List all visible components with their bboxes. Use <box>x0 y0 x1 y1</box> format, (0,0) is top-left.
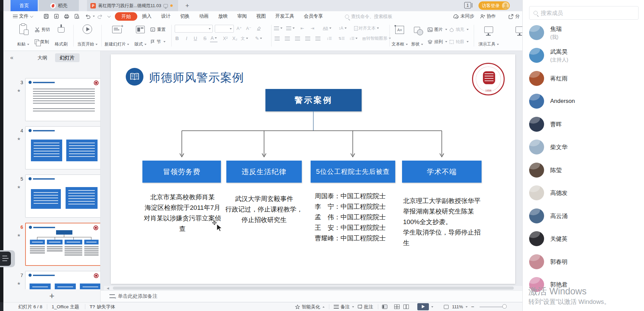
align-right-button[interactable] <box>294 34 301 42</box>
menu-tab-design[interactable]: 设计 <box>161 13 171 19</box>
sync-status[interactable]: 未同步 <box>453 11 474 21</box>
tab-home[interactable]: 首页 <box>11 0 38 11</box>
collaborate-button[interactable]: 协作 <box>480 11 496 21</box>
cut-button[interactable]: 剪切 <box>35 25 50 34</box>
highlight-button[interactable]: ✎ <box>255 34 262 42</box>
menu-tab-member[interactable]: 会员专享 <box>304 13 323 19</box>
member-row[interactable]: 陈莹 <box>529 161 641 180</box>
member-search[interactable] <box>529 6 639 20</box>
zoom-slider-knob[interactable] <box>502 304 507 309</box>
new-slide-button[interactable]: + 新建幻灯片 <box>104 23 130 49</box>
menu-tab-devtools[interactable]: 开发工具 <box>275 13 294 19</box>
case-text-3[interactable]: 周国泰：中国工程院院士 李 宁：中国工程院院士 孟 伟：中国工程院院士 王 安：… <box>315 191 396 243</box>
slide-thumbnail-5[interactable] <box>25 175 100 218</box>
missing-font-button[interactable]: T? 缺失字体 <box>90 303 115 311</box>
format-painter-button[interactable]: 格式刷 <box>52 23 71 49</box>
decrease-indent-button[interactable]: ⇤ <box>300 24 304 32</box>
font-color-button[interactable]: A <box>210 34 217 42</box>
font-size-select[interactable] <box>215 25 234 33</box>
new-tab-button[interactable]: + <box>183 1 192 10</box>
menu-tab-insert[interactable]: 插入 <box>142 13 152 19</box>
more-commands-button[interactable] <box>107 11 110 21</box>
increase-indent-button[interactable]: ⇥ <box>311 24 314 32</box>
menu-tab-start[interactable]: 开始 <box>115 12 137 21</box>
section-button[interactable]: 节 <box>150 38 166 46</box>
file-menu[interactable]: 文件 <box>13 11 32 21</box>
member-row[interactable]: 高德发 <box>529 183 641 202</box>
scrollbar-thumb[interactable] <box>113 287 514 290</box>
zoom-level[interactable]: 111% <box>452 303 468 311</box>
para-spacing-button[interactable]: ⇅☰ <box>338 34 345 42</box>
paste-button[interactable]: 粘贴 <box>14 23 32 49</box>
bullet-list-button[interactable] <box>274 24 282 32</box>
to-smart-graphic-button[interactable]: ▤ 转智能图形 <box>362 34 391 42</box>
slide-thumbnail-3[interactable] <box>25 78 100 121</box>
menu-tab-view[interactable]: 视图 <box>256 13 266 19</box>
reset-button[interactable]: 重置 <box>150 25 166 34</box>
arrange-button[interactable]: 排列 <box>428 38 447 46</box>
command-search[interactable] <box>345 12 423 21</box>
member-row[interactable]: 蒋红雨 <box>529 69 641 88</box>
undo-button[interactable] <box>85 11 95 21</box>
export-button[interactable] <box>54 11 59 21</box>
zoom-out-button[interactable]: − <box>471 303 474 311</box>
view-read-button[interactable] <box>403 303 409 311</box>
scroll-left-icon[interactable]: ◀ <box>107 287 109 290</box>
case-box-4[interactable]: 学术不端 <box>402 161 482 183</box>
align-center-button[interactable] <box>283 34 291 42</box>
play-from-current-button[interactable]: 当页开始 <box>76 23 99 49</box>
text-box-button[interactable]: A≡ 文本框 <box>391 23 408 49</box>
guest-login-button[interactable]: 访客登录 <box>478 1 510 10</box>
distribute-button[interactable] <box>314 34 321 42</box>
phonetic-guide-button[interactable]: 文 <box>241 34 248 42</box>
picture-button[interactable]: 图片 <box>428 25 447 34</box>
redo-button[interactable] <box>97 11 103 21</box>
share-button[interactable]: 分 <box>508 11 520 21</box>
member-row[interactable]: 曹晖 <box>529 115 641 134</box>
numbered-list-button[interactable] <box>286 24 295 32</box>
collapse-panel-button[interactable]: « <box>10 54 13 61</box>
member-row[interactable]: 高云涌 <box>529 206 641 225</box>
flowchart-root-box[interactable]: 警示案例 <box>265 89 362 111</box>
font-shrink-button[interactable]: A⁻ <box>246 24 251 32</box>
slide-thumbnail-7[interactable] <box>25 271 100 289</box>
slide-thumbnail-4[interactable] <box>25 126 100 169</box>
font-grow-button[interactable]: A⁺ <box>237 24 242 32</box>
tab-slides[interactable]: 幻灯片 <box>55 53 80 62</box>
horizontal-scrollbar[interactable]: ◀ <box>104 286 522 290</box>
fill-button[interactable]: 填充 <box>449 25 469 34</box>
subscript-button[interactable]: X₂ <box>231 34 239 42</box>
fit-slide-button[interactable] <box>444 303 449 311</box>
italic-button[interactable]: I <box>183 34 190 42</box>
tab-docer[interactable]: 稻壳 <box>39 0 79 11</box>
play-slideshow-button[interactable] <box>417 303 433 311</box>
tab-document[interactable]: P 蒋红雨学习践行新...德规范11.03 <box>87 0 178 11</box>
member-row[interactable]: 柴文华 <box>529 138 641 157</box>
slide-thumbnail-6-selected[interactable] <box>25 223 100 266</box>
notes-toggle-button[interactable]: 备注 <box>334 303 354 311</box>
case-text-4[interactable]: 北京理工大学副教授张华平 举报湖南某校研究生陈某 100%全文抄袭。 学生取消学… <box>403 196 485 248</box>
slide-title[interactable]: 师德师风警示案例 <box>149 70 244 86</box>
member-row[interactable]: Anderson <box>529 92 641 111</box>
present-tools-button[interactable]: 演示工具 <box>477 23 500 49</box>
text-direction-button[interactable]: ↕A <box>338 24 347 32</box>
align-text-button[interactable]: ↕ 对齐文本 <box>354 24 379 32</box>
menu-tab-animation[interactable]: 动画 <box>199 13 209 19</box>
case-box-1[interactable]: 冒领劳务费 <box>142 161 221 183</box>
menu-tab-slideshow[interactable]: 放映 <box>218 13 228 19</box>
member-search-input[interactable] <box>541 10 626 16</box>
menu-tab-review[interactable]: 审阅 <box>237 13 247 19</box>
font-family-select[interactable] <box>175 25 213 33</box>
case-box-2[interactable]: 违反生活纪律 <box>226 161 302 183</box>
view-sorter-button[interactable] <box>394 303 400 311</box>
member-row[interactable]: 武嵩昊(主持人) <box>529 46 641 65</box>
theme-name[interactable]: 1_Office 主题 <box>52 303 79 311</box>
case-box-3[interactable]: 5位公工程院士先后被查 <box>311 161 395 183</box>
print-preview-button[interactable] <box>74 11 80 21</box>
tab-outline[interactable]: 大纲 <box>33 53 52 62</box>
underline-button[interactable]: U <box>192 34 199 42</box>
view-normal-button[interactable] <box>383 303 386 311</box>
spacing-options-button[interactable]: ↕☰ <box>349 34 358 42</box>
smart-beautify-button[interactable]: 智能美化 <box>295 303 325 311</box>
layout-button[interactable]: 版式 <box>133 23 148 49</box>
